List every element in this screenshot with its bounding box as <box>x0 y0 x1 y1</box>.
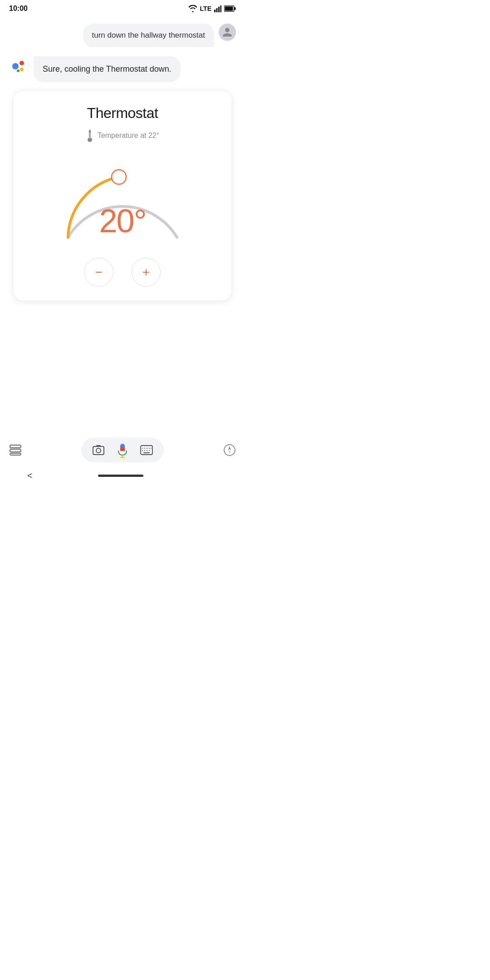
thermostat-card: Thermostat Temperature at 22° 20° <box>14 91 231 300</box>
svg-rect-23 <box>120 449 125 451</box>
thermostat-title: Thermostat <box>87 105 158 122</box>
svg-rect-18 <box>93 446 104 455</box>
assistant-inbox-icon[interactable] <box>9 444 22 456</box>
assistant-row: Sure, cooling the Thermostat down. <box>9 56 236 82</box>
google-assistant-icon <box>9 56 29 76</box>
temp-display: 20° <box>99 202 146 240</box>
home-indicator[interactable] <box>98 475 143 477</box>
lte-label: LTE <box>200 5 211 12</box>
svg-rect-16 <box>10 449 21 452</box>
assistant-bubble: Sure, cooling the Thermostat down. <box>34 56 181 82</box>
svg-marker-39 <box>228 450 231 454</box>
svg-rect-2 <box>218 7 220 12</box>
nav-bar: < <box>0 466 245 490</box>
wifi-icon <box>188 5 197 12</box>
svg-point-8 <box>20 61 24 65</box>
user-bubble: turn down the hallway thermostat <box>83 24 214 47</box>
svg-rect-15 <box>10 445 21 448</box>
status-icons: LTE <box>188 5 236 12</box>
status-time: 10:00 <box>9 5 28 13</box>
status-bar: 10:00 LTE <box>0 0 245 16</box>
compass-icon[interactable] <box>223 444 236 456</box>
increase-button[interactable]: + <box>132 258 161 287</box>
svg-rect-6 <box>225 7 233 11</box>
bottom-toolbar <box>0 432 245 466</box>
decrease-button[interactable]: − <box>84 258 113 287</box>
keyboard-icon[interactable] <box>140 444 153 456</box>
svg-rect-3 <box>220 5 222 12</box>
svg-marker-38 <box>228 446 231 450</box>
svg-point-19 <box>96 448 101 453</box>
svg-point-7 <box>12 63 19 69</box>
chat-area: turn down the hallway thermostat Sure, c… <box>0 16 245 370</box>
camera-search-icon[interactable] <box>92 444 105 456</box>
svg-rect-0 <box>214 10 216 12</box>
user-message-row: turn down the hallway thermostat <box>9 24 236 47</box>
controls-row: − + <box>84 258 161 287</box>
svg-rect-20 <box>96 445 101 447</box>
svg-point-14 <box>112 170 126 184</box>
svg-point-10 <box>17 69 20 72</box>
avatar <box>219 24 236 41</box>
temperature-label: Temperature at 22° <box>98 132 159 140</box>
svg-point-9 <box>20 68 24 71</box>
svg-rect-13 <box>89 132 90 139</box>
svg-rect-5 <box>235 7 236 10</box>
back-button[interactable]: < <box>27 470 33 481</box>
svg-rect-1 <box>216 8 218 12</box>
thermometer-icon <box>86 129 94 142</box>
gauge-container: 20° <box>50 153 195 244</box>
temperature-label-row: Temperature at 22° <box>86 129 159 142</box>
toolbar-pill <box>81 438 164 462</box>
battery-icon <box>224 5 236 12</box>
signal-icon <box>214 5 221 12</box>
microphone-icon[interactable] <box>115 442 130 458</box>
svg-rect-17 <box>10 453 21 455</box>
bottom-spacer <box>0 370 245 433</box>
